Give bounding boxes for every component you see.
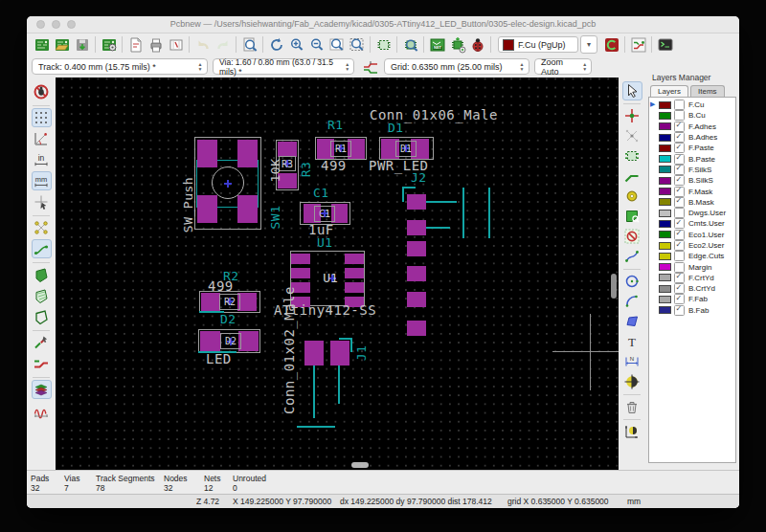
layer-color-swatch[interactable]	[659, 285, 671, 293]
add-circle-button[interactable]	[622, 272, 642, 291]
silkscreen-trace[interactable]	[426, 201, 457, 203]
grid-select[interactable]: Grid: 0.6350 mm (25.00 mils)	[384, 58, 529, 75]
layer-color-swatch[interactable]	[659, 134, 671, 142]
layer-visibility-checkbox[interactable]	[674, 154, 685, 165]
layer-color-swatch[interactable]	[659, 177, 671, 185]
layer-color-swatch[interactable]	[659, 274, 671, 281]
save-board-button[interactable]	[72, 35, 92, 55]
layer-row-f-mask[interactable]: F.Mask	[649, 186, 735, 196]
smd-pad[interactable]	[237, 293, 257, 311]
reference-designator[interactable]: C1	[314, 206, 335, 222]
crosshair-line[interactable]	[552, 351, 619, 352]
silkscreen-trace[interactable]	[297, 426, 335, 428]
add-arc-button[interactable]	[622, 292, 642, 311]
reference-designator[interactable]: D1	[395, 141, 417, 157]
reference-designator[interactable]: U1	[316, 268, 345, 287]
add-polygon-button[interactable]	[622, 312, 642, 331]
layer-color-swatch[interactable]	[659, 101, 671, 109]
print-button[interactable]	[146, 35, 166, 55]
pcb-text[interactable]: SW1	[268, 206, 282, 230]
drc-off-button[interactable]	[32, 82, 52, 101]
layer-row-f-paste[interactable]: F.Paste	[649, 143, 735, 153]
layer-row-f-fab[interactable]: F.Fab	[649, 294, 735, 304]
ratsnest-local-button[interactable]	[32, 239, 52, 258]
smd-pad[interactable]	[197, 195, 217, 223]
undo-button[interactable]	[192, 35, 213, 55]
zoom-out-button[interactable]	[306, 35, 327, 55]
layer-visibility-checkbox[interactable]	[674, 262, 685, 273]
layer-visibility-checkbox[interactable]	[674, 132, 685, 143]
layer-color-swatch[interactable]	[659, 263, 671, 271]
highlight-net-tool-button[interactable]	[601, 35, 621, 55]
add-keepout-button[interactable]	[622, 227, 642, 246]
smd-pad[interactable]	[407, 241, 426, 256]
smd-pad[interactable]	[345, 268, 364, 278]
smd-pad[interactable]	[407, 266, 426, 281]
reference-designator[interactable]: D2	[220, 333, 241, 349]
silkscreen-trace[interactable]	[338, 366, 340, 404]
units-mm-button[interactable]: mm	[32, 171, 52, 190]
find-button[interactable]	[239, 35, 259, 55]
zoom-in-button[interactable]	[286, 35, 306, 55]
layer-visibility-checkbox[interactable]	[674, 165, 685, 175]
pcb-text[interactable]: R3	[299, 162, 313, 178]
scripting-console-button[interactable]	[655, 35, 675, 55]
layer-color-swatch[interactable]	[659, 242, 671, 250]
layer-visibility-checkbox[interactable]	[674, 197, 685, 208]
smd-pad[interactable]	[291, 254, 310, 264]
silkscreen-trace[interactable]	[488, 188, 490, 238]
layer-color-swatch[interactable]	[659, 210, 671, 217]
zones-outline-button[interactable]	[32, 286, 52, 305]
layer-row-f-silks[interactable]: F.SilkS	[649, 165, 735, 175]
layer-row-b-silks[interactable]: B.SilkS	[649, 175, 735, 186]
pcb-text[interactable]: LED	[206, 351, 232, 366]
smd-pad[interactable]	[291, 268, 310, 278]
layer-visibility-checkbox[interactable]	[674, 218, 685, 229]
smd-pad[interactable]	[407, 292, 426, 307]
pcb-text[interactable]: J1	[354, 345, 369, 362]
layer-color-swatch[interactable]	[659, 296, 671, 303]
add-text-button[interactable]: T	[622, 332, 642, 351]
microwave-toolbar-button[interactable]	[32, 401, 52, 420]
layer-visibility-checkbox[interactable]	[674, 294, 685, 304]
layer-color-swatch[interactable]	[659, 253, 671, 260]
board-open-button[interactable]	[52, 35, 72, 55]
pcb-text[interactable]: J2	[411, 170, 427, 185]
layer-color-swatch[interactable]	[659, 166, 671, 173]
pcb-text[interactable]: U1	[317, 235, 333, 250]
layer-row-f-crtyd[interactable]: F.CrtYd	[649, 273, 735, 283]
smd-pad[interactable]	[237, 140, 258, 167]
board-setup-button[interactable]	[99, 35, 119, 55]
pcb-text[interactable]: SW_Push	[181, 177, 195, 233]
smd-pad[interactable]	[238, 331, 259, 351]
select-tool-button[interactable]	[622, 81, 642, 100]
layer-row-margin[interactable]: Margin	[649, 261, 735, 272]
layer-visibility-checkbox[interactable]	[674, 187, 685, 197]
layer-row-eco1-user[interactable]: Eco1.User	[649, 230, 735, 240]
ratsnest-full-button[interactable]	[32, 218, 52, 237]
route-tracks-button[interactable]	[622, 166, 642, 186]
smd-pad[interactable]	[200, 331, 220, 351]
pcb-text[interactable]: C1	[313, 186, 329, 200]
smd-pad[interactable]	[237, 195, 258, 223]
reference-designator[interactable]: R1	[330, 141, 351, 157]
layer-color-swatch[interactable]	[659, 188, 671, 195]
pcb-text[interactable]: Conn_01x02_Male	[282, 286, 297, 414]
layer-visibility-checkbox[interactable]	[674, 175, 685, 186]
pcb-text[interactable]: 499	[208, 278, 234, 294]
smd-pad[interactable]	[345, 282, 364, 293]
layer-color-swatch[interactable]	[659, 144, 671, 152]
layer-color-swatch[interactable]	[659, 112, 671, 120]
pcb-text[interactable]: R1	[327, 118, 344, 132]
units-inch-button[interactable]: in	[32, 150, 52, 169]
layers-manager-toggle-button[interactable]	[32, 380, 52, 399]
auto-track-width-button[interactable]	[359, 56, 381, 78]
pcb-text[interactable]: 10K	[268, 159, 282, 183]
smd-pad[interactable]	[197, 140, 217, 167]
page-layout-button[interactable]	[125, 35, 146, 55]
layer-row-b-crtyd[interactable]: B.CrtYd	[649, 283, 735, 294]
tab-items[interactable]: Items	[690, 85, 725, 97]
redo-button[interactable]	[213, 35, 233, 55]
layer-row-edge-cuts[interactable]: Edge.Cuts	[649, 251, 735, 261]
drc-button[interactable]	[467, 35, 487, 55]
